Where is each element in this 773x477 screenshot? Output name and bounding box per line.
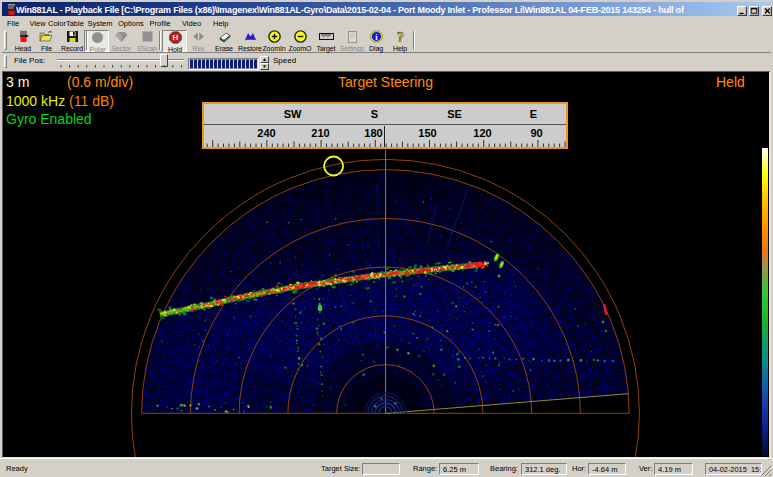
svg-text:H: H <box>172 33 178 42</box>
svg-text:?: ? <box>397 30 404 44</box>
